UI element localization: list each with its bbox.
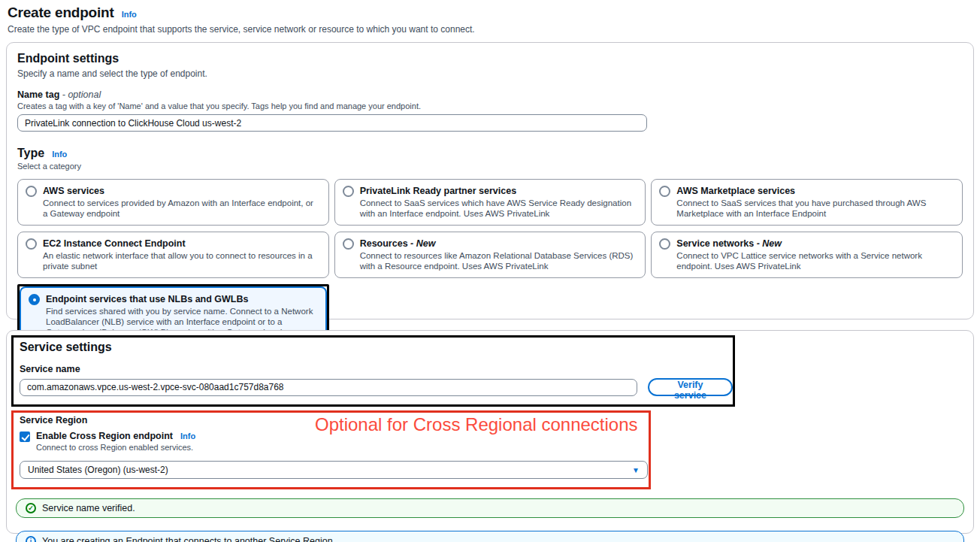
region-select-value: United States (Oregon) (us-west-2) bbox=[28, 465, 168, 475]
tile-privatelink-partner-services[interactable]: PrivateLink Ready partner services Conne… bbox=[334, 179, 646, 226]
radio-icon[interactable] bbox=[26, 186, 37, 197]
tile-title: AWS services bbox=[43, 185, 319, 197]
info-circle-icon: i bbox=[26, 536, 36, 542]
info-banner-text: You are creating an Endpoint that connec… bbox=[42, 536, 333, 542]
tile-title: Resources - New bbox=[360, 238, 637, 250]
tile-title: EC2 Instance Connect Endpoint bbox=[43, 238, 319, 250]
page-title-info-link[interactable]: Info bbox=[122, 10, 137, 19]
new-badge: - New bbox=[757, 238, 782, 249]
radio-icon[interactable] bbox=[26, 238, 37, 250]
tile-aws-marketplace-services[interactable]: AWS Marketplace services Connect to SaaS… bbox=[651, 179, 963, 226]
cross-region-checkbox-label: Enable Cross Region endpoint bbox=[36, 431, 173, 441]
tile-service-networks[interactable]: Service networks - New Connect to VPC La… bbox=[651, 232, 963, 278]
page-subtitle: Create the type of VPC endpoint that sup… bbox=[8, 24, 974, 35]
tile-description: Connect to SaaS services that you have p… bbox=[676, 198, 953, 219]
type-info-link[interactable]: Info bbox=[52, 150, 67, 159]
tile-description: Connect to VPC Lattice service networks … bbox=[676, 250, 953, 271]
create-endpoint-page: Create endpoint Info Create the type of … bbox=[0, 0, 980, 534]
tile-title: Endpoint services that use NLBs and GWLB… bbox=[46, 293, 316, 305]
info-banner: i You are creating an Endpoint that conn… bbox=[16, 531, 964, 542]
tile-ec2-instance-connect[interactable]: EC2 Instance Connect Endpoint An elastic… bbox=[17, 232, 329, 278]
chevron-down-icon: ▼ bbox=[632, 466, 640, 474]
black-annotation-box-service-settings: Service settings Service name Verify ser… bbox=[11, 335, 735, 407]
success-banner: ✓ Service name verified. bbox=[16, 498, 964, 518]
verify-service-button[interactable]: Verify service bbox=[648, 378, 733, 396]
name-tag-optional: - optional bbox=[62, 89, 101, 100]
success-check-icon: ✓ bbox=[26, 503, 36, 513]
cross-region-checkbox[interactable] bbox=[20, 431, 30, 442]
tile-aws-services[interactable]: AWS services Connect to services provide… bbox=[17, 179, 329, 226]
endpoint-settings-heading: Endpoint settings bbox=[17, 52, 963, 65]
tile-description: Connect to resources like Amazon Relatio… bbox=[360, 250, 637, 271]
tile-title: AWS Marketplace services bbox=[676, 185, 953, 197]
cross-region-help: Connect to cross Region enabled services… bbox=[36, 443, 195, 452]
name-tag-input[interactable] bbox=[17, 114, 647, 132]
cross-region-info-link[interactable]: Info bbox=[180, 431, 195, 441]
page-header: Create endpoint Info Create the type of … bbox=[6, 5, 974, 35]
tile-description: Connect to SaaS services which have AWS … bbox=[360, 198, 637, 219]
tile-resources[interactable]: Resources - New Connect to resources lik… bbox=[334, 232, 646, 278]
radio-icon[interactable] bbox=[659, 186, 670, 197]
service-name-label: Service name bbox=[20, 364, 733, 374]
new-badge: - New bbox=[410, 238, 435, 249]
tile-description: Connect to services provided by Amazon w… bbox=[43, 198, 319, 219]
tile-description: An elastic network interface that allow … bbox=[43, 250, 319, 271]
service-settings-card: Service settings Service name Verify ser… bbox=[6, 330, 974, 534]
endpoint-settings-description: Specify a name and select the type of en… bbox=[17, 68, 963, 79]
radio-selected-icon[interactable] bbox=[29, 294, 40, 305]
service-settings-heading: Service settings bbox=[20, 341, 733, 354]
radio-icon[interactable] bbox=[659, 238, 670, 250]
endpoint-settings-card: Endpoint settings Specify a name and sel… bbox=[6, 42, 974, 319]
region-select[interactable]: United States (Oregon) (us-west-2) ▼ bbox=[20, 461, 648, 479]
radio-icon[interactable] bbox=[343, 186, 354, 197]
tile-title: PrivateLink Ready partner services bbox=[360, 185, 637, 197]
page-title: Create endpoint bbox=[8, 5, 114, 21]
name-tag-label: Name tag - optional bbox=[17, 89, 963, 100]
service-name-input[interactable] bbox=[20, 379, 637, 396]
name-tag-help: Creates a tag with a key of 'Name' and a… bbox=[17, 101, 963, 111]
success-banner-text: Service name verified. bbox=[42, 503, 135, 513]
tile-title: Service networks - New bbox=[676, 238, 953, 250]
type-description: Select a category bbox=[17, 162, 963, 171]
radio-icon[interactable] bbox=[343, 238, 354, 250]
red-annotation-text: Optional for Cross Regional connections bbox=[315, 414, 638, 435]
type-heading: Type bbox=[17, 147, 44, 160]
